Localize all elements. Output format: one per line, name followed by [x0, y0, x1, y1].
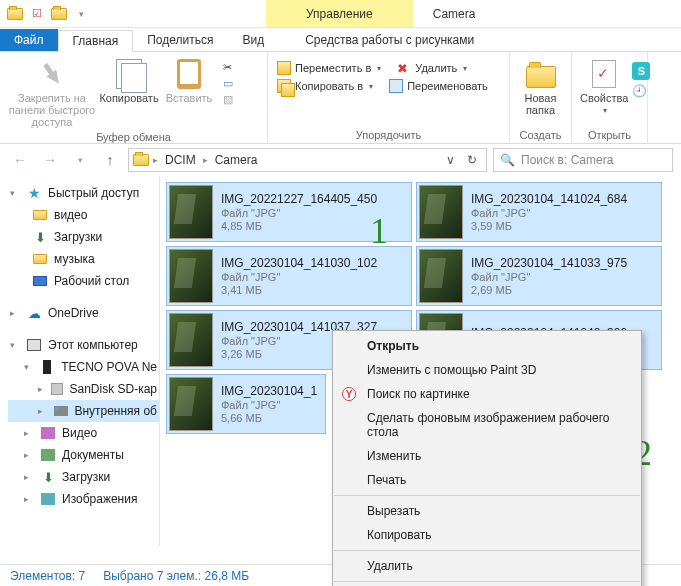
file-size: 4,85 МБ: [221, 220, 377, 232]
file-size: 5,66 МБ: [221, 412, 317, 424]
properties-label: Свойства: [580, 92, 628, 104]
cm-delete[interactable]: Удалить: [333, 554, 641, 578]
downloads-icon: ⬇: [40, 469, 56, 485]
ribbon-group-organize: Переместить в▾ Удалить▾ Копировать в▾ Пе…: [268, 52, 510, 143]
search-input[interactable]: 🔍 Поиск в: Camera: [493, 148, 673, 172]
star-icon: ★: [26, 185, 42, 201]
refresh-button[interactable]: ↻: [462, 153, 482, 167]
nav-item-internal[interactable]: ▸Внутренняя об: [8, 400, 159, 422]
nav-item-pictures[interactable]: ▸Изображения: [8, 488, 159, 510]
chevron-down-icon: ▾: [603, 106, 607, 115]
nav-label: Видео: [62, 426, 97, 440]
breadcrumb-segment[interactable]: DCIM: [162, 153, 199, 167]
file-tile[interactable]: IMG_20230104_141024_684Файл "JPG"3,59 МБ: [416, 182, 662, 242]
thumbnail: [169, 377, 213, 431]
yandex-icon: Y: [341, 386, 357, 402]
tab-view[interactable]: Вид: [228, 29, 279, 51]
cm-set-wallpaper[interactable]: Сделать фоновым изображением рабочего ст…: [333, 406, 641, 444]
copy-to-button[interactable]: Копировать в▾: [274, 78, 376, 94]
group-label-new: Создать: [516, 128, 565, 141]
thumbnail: [169, 249, 213, 303]
drive-icon: [53, 403, 68, 419]
snap-icon[interactable]: S: [632, 62, 650, 80]
cm-separator: [334, 581, 640, 582]
tab-file[interactable]: Файл: [0, 29, 58, 51]
thumbnail: [419, 249, 463, 303]
pin-to-quick-access-button[interactable]: Закрепить на панели быстрого доступа: [6, 56, 98, 130]
file-name: IMG_20221227_164405_450: [221, 192, 377, 206]
qat-checkbox-icon[interactable]: ☑: [28, 5, 46, 23]
nav-item-videos[interactable]: ▸Видео: [8, 422, 159, 444]
chevron-right-icon[interactable]: ▸: [203, 155, 208, 165]
nav-item-tecno[interactable]: ▾TECNO POVA Ne: [8, 356, 159, 378]
address-bar[interactable]: ▸ DCIM ▸ Camera ∨ ↻: [128, 148, 487, 172]
nav-quick-access[interactable]: ▾★Быстрый доступ: [8, 182, 159, 204]
nav-item-desktop[interactable]: Рабочий стол: [8, 270, 159, 292]
nav-item-music[interactable]: музыка: [8, 248, 159, 270]
path-icon: ▭: [223, 77, 233, 90]
nav-item-documents[interactable]: ▸Документы: [8, 444, 159, 466]
tab-share[interactable]: Поделиться: [133, 29, 228, 51]
delete-icon: [397, 61, 411, 75]
tab-home[interactable]: Главная: [58, 30, 134, 52]
cm-print[interactable]: Печать: [333, 468, 641, 492]
thumbnail: [169, 313, 213, 367]
chevron-down-icon: ▾: [377, 64, 381, 73]
move-to-label: Переместить в: [295, 62, 371, 74]
cm-cut[interactable]: Вырезать: [333, 499, 641, 523]
rename-button[interactable]: Переименовать: [386, 78, 491, 94]
file-type: Файл "JPG": [221, 207, 377, 219]
cut-small-button[interactable]: ✂: [220, 60, 236, 75]
window-title: Camera: [413, 7, 496, 21]
nav-label: Быстрый доступ: [48, 186, 139, 200]
nav-this-pc[interactable]: ▾Этот компьютер: [8, 334, 159, 356]
nav-onedrive[interactable]: ▸☁OneDrive: [8, 302, 159, 324]
new-folder-button[interactable]: Новая папка: [516, 56, 565, 118]
cm-copy[interactable]: Копировать: [333, 523, 641, 547]
nav-recent-button[interactable]: ▾: [68, 148, 92, 172]
phone-icon: [40, 359, 56, 375]
file-size: 3,59 МБ: [471, 220, 627, 232]
ribbon-group-clipboard: Закрепить на панели быстрого доступа Коп…: [0, 52, 268, 143]
cm-paint3d[interactable]: Изменить с помощью Paint 3D: [333, 358, 641, 382]
nav-label: TECNO POVA Ne: [61, 360, 157, 374]
chevron-down-icon: ▾: [369, 82, 373, 91]
cm-edit[interactable]: Изменить: [333, 444, 641, 468]
nav-back-button[interactable]: ←: [8, 148, 32, 172]
file-tile[interactable]: IMG_20230104_1Файл "JPG"5,66 МБ: [166, 374, 326, 434]
breadcrumb-segment[interactable]: Camera: [212, 153, 261, 167]
qat-dropdown-icon[interactable]: ▾: [72, 5, 90, 23]
documents-icon: [40, 447, 56, 463]
status-selected-label: Выбрано 7 элем.:: [103, 569, 201, 583]
file-tile[interactable]: IMG_20230104_141030_102Файл "JPG"3,41 МБ: [166, 246, 412, 306]
paste-shortcut-small-button[interactable]: ▧: [220, 92, 236, 107]
file-tile[interactable]: IMG_20230104_141033_975Файл "JPG"2,69 МБ: [416, 246, 662, 306]
delete-button[interactable]: Удалить▾: [394, 60, 470, 76]
nav-label: Загрузки: [62, 470, 110, 484]
address-dropdown-button[interactable]: ∨: [440, 153, 460, 167]
history-icon[interactable]: 🕘: [632, 84, 650, 98]
new-folder-label: Новая папка: [518, 92, 563, 116]
paste-button[interactable]: Вставить: [160, 56, 218, 106]
nav-item-downloads[interactable]: ⬇Загрузки: [8, 226, 159, 248]
move-to-button[interactable]: Переместить в▾: [274, 60, 384, 76]
copy-to-label: Копировать в: [295, 80, 363, 92]
nav-up-button[interactable]: ↑: [98, 148, 122, 172]
copy-path-small-button[interactable]: ▭: [220, 76, 236, 91]
contextual-tab-header: Управление: [266, 0, 413, 27]
tab-picture-tools[interactable]: Средства работы с рисунками: [291, 29, 489, 51]
nav-item-downloads2[interactable]: ▸⬇Загрузки: [8, 466, 159, 488]
cm-open[interactable]: Открыть: [333, 334, 641, 358]
copy-button[interactable]: Копировать: [100, 56, 158, 106]
rename-icon: [389, 79, 403, 93]
nav-item-sandisk[interactable]: ▸SanDisk SD-кар: [8, 378, 159, 400]
chevron-right-icon[interactable]: ▸: [153, 155, 158, 165]
folder-icon: [133, 154, 149, 166]
nav-item-video[interactable]: видео: [8, 204, 159, 226]
cm-label: Поиск по картинке: [367, 387, 470, 401]
properties-button[interactable]: Свойства▾: [578, 56, 630, 117]
cm-yandex-image-search[interactable]: YПоиск по картинке: [333, 382, 641, 406]
nav-label: SanDisk SD-кар: [69, 382, 157, 396]
navigation-pane[interactable]: ▾★Быстрый доступ видео ⬇Загрузки музыка …: [0, 176, 160, 546]
shortcut-icon: ▧: [223, 93, 233, 106]
